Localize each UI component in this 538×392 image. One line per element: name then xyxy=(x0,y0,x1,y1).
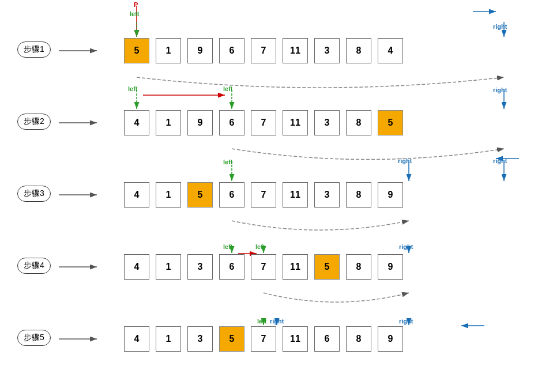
cell-s5-8: 9 xyxy=(378,326,403,352)
cell-s5-1: 1 xyxy=(156,326,181,352)
cell-s4-2: 3 xyxy=(187,254,213,280)
left-label-s3: left xyxy=(223,159,233,165)
cell-s4-1: 1 xyxy=(156,254,181,280)
p-label-s1: P xyxy=(134,1,138,8)
diagram: 步骤1 步骤2 步骤3 步骤4 步骤5 xyxy=(0,0,538,392)
cell-s2-1: 1 xyxy=(156,110,181,135)
cell-s1-2: 9 xyxy=(187,38,213,63)
left-label-s2b: left xyxy=(223,85,233,92)
right-label-s5a: right xyxy=(270,318,284,325)
cell-s5-3: 5 xyxy=(219,326,244,352)
cell-s1-6: 3 xyxy=(314,38,340,63)
cell-s5-7: 8 xyxy=(346,326,371,352)
step-label-2: 步骤2 xyxy=(17,114,51,130)
cell-s3-0: 4 xyxy=(124,182,149,208)
cell-s4-6: 5 xyxy=(314,254,340,280)
step-label-5: 步骤5 xyxy=(17,330,51,346)
cell-s4-4: 7 xyxy=(251,254,276,280)
cell-s1-0: 5 xyxy=(124,38,149,63)
left-label-s4a: left xyxy=(223,243,233,250)
right-label-s2: right xyxy=(493,86,507,93)
cell-s2-4: 7 xyxy=(251,110,276,135)
cell-s3-6: 3 xyxy=(314,182,340,208)
cell-s3-3: 6 xyxy=(219,182,244,208)
cell-s2-3: 6 xyxy=(219,110,244,135)
left-label-s2a: left xyxy=(128,85,138,92)
left-label-s4b: left xyxy=(255,243,265,250)
cell-s4-0: 4 xyxy=(124,254,149,280)
step-label-1: 步骤1 xyxy=(17,42,51,58)
cell-s2-6: 3 xyxy=(314,110,340,135)
cell-s1-8: 4 xyxy=(378,38,403,63)
cell-s4-3: 6 xyxy=(219,254,244,280)
right-label-s3a: right xyxy=(398,157,412,164)
cell-s3-5: 11 xyxy=(283,182,308,208)
cell-s2-8: 5 xyxy=(378,110,403,135)
cell-s4-8: 9 xyxy=(378,254,403,280)
right-label-s4: right xyxy=(399,243,413,250)
cell-s1-5: 11 xyxy=(283,38,308,63)
cell-s3-2: 5 xyxy=(187,182,213,208)
step-label-3: 步骤3 xyxy=(17,186,51,202)
cell-s3-8: 9 xyxy=(378,182,403,208)
cell-s5-4: 7 xyxy=(251,326,276,352)
step-label-4: 步骤4 xyxy=(17,258,51,274)
cell-s1-1: 1 xyxy=(156,38,181,63)
cell-s4-7: 8 xyxy=(346,254,371,280)
right-label-s5b: right xyxy=(399,318,413,325)
cell-s2-0: 4 xyxy=(124,110,149,135)
right-label-s3b: right xyxy=(493,157,507,164)
left-label-s1: left xyxy=(130,10,140,17)
cell-s2-7: 8 xyxy=(346,110,371,135)
cell-s2-5: 11 xyxy=(283,110,308,135)
cell-s5-0: 4 xyxy=(124,326,149,352)
cell-s1-3: 6 xyxy=(219,38,244,63)
cell-s3-1: 1 xyxy=(156,182,181,208)
cell-s2-2: 9 xyxy=(187,110,213,135)
cell-s3-4: 7 xyxy=(251,182,276,208)
cell-s5-2: 3 xyxy=(187,326,213,352)
cell-s3-7: 8 xyxy=(346,182,371,208)
cell-s5-5: 11 xyxy=(283,326,308,352)
cell-s1-7: 8 xyxy=(346,38,371,63)
cell-s1-4: 7 xyxy=(251,38,276,63)
cell-s4-5: 11 xyxy=(283,254,308,280)
cell-s5-6: 6 xyxy=(314,326,340,352)
right-label-s1: right xyxy=(493,23,507,30)
left-label-s5: left xyxy=(257,318,267,325)
